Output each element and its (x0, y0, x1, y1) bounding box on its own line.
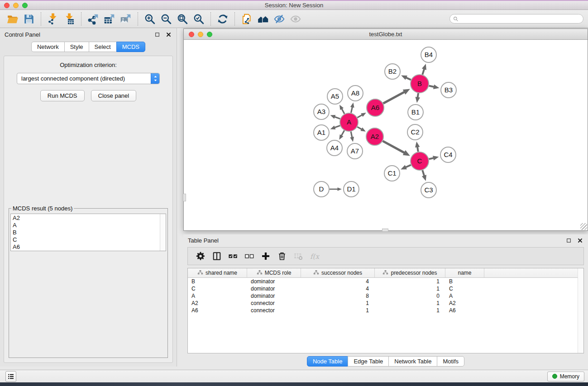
tab-edge-table[interactable]: Edge Table (348, 356, 389, 367)
checked-boxes-button[interactable] (226, 249, 240, 263)
graph-node-A7[interactable]: A7 (347, 143, 363, 159)
refresh-button[interactable] (215, 12, 231, 26)
trash-button[interactable] (275, 249, 289, 263)
graph-node-C3[interactable]: C3 (421, 182, 436, 198)
result-list-scrollbar[interactable] (160, 214, 166, 251)
table-panel-close-button[interactable] (577, 237, 583, 244)
graph-node-A4[interactable]: A4 (327, 140, 342, 156)
graph-node-B1[interactable]: B1 (408, 105, 423, 120)
eye-slash-button[interactable] (271, 12, 287, 26)
tab-node-table[interactable]: Node Table (307, 356, 349, 367)
graph-edge-C-C2[interactable] (415, 142, 420, 152)
tab-style[interactable]: Style (64, 42, 89, 52)
graph-node-A6[interactable]: A6 (367, 99, 384, 116)
documents-network-button[interactable] (239, 12, 255, 26)
graph-edge-A-A5[interactable] (339, 105, 344, 114)
mcds-result-item[interactable]: A6 (13, 243, 166, 251)
graph-node-D1[interactable]: D1 (344, 181, 359, 197)
column-header-shared-name[interactable]: shared name (188, 268, 247, 277)
network-minimize-button[interactable] (198, 32, 203, 37)
gear-button[interactable] (193, 249, 207, 263)
search-input[interactable] (459, 15, 580, 23)
graph-edge-D-D1[interactable] (330, 187, 342, 191)
graph-edge-C-C3[interactable] (422, 170, 426, 181)
run-mcds-button[interactable]: Run MCDS (40, 90, 85, 101)
graph-edge-B-B3[interactable] (429, 85, 440, 89)
left-splitter-handle[interactable] (183, 194, 186, 201)
table-row-A6[interactable]: A6connector11A6 (188, 307, 583, 314)
close-panel-button[interactable]: Close panel (91, 90, 137, 101)
graph-edge-C-C1[interactable] (401, 165, 411, 169)
minimize-window-button[interactable] (13, 3, 19, 8)
graph-edge-B-B4[interactable] (422, 64, 426, 75)
zoom-out-button[interactable] (158, 12, 174, 26)
graph-node-B2[interactable]: B2 (385, 64, 400, 79)
tab-select[interactable]: Select (89, 42, 117, 52)
graph-node-A3[interactable]: A3 (314, 104, 329, 119)
table-scrollbar[interactable] (578, 268, 583, 353)
mcds-result-item[interactable]: A2 (13, 214, 166, 222)
graph-node-A8[interactable]: A8 (348, 86, 363, 101)
graph-node-B[interactable]: B (411, 75, 429, 93)
graph-node-A1[interactable]: A1 (314, 125, 329, 140)
graph-node-A2[interactable]: A2 (366, 128, 383, 145)
tab-network[interactable]: Network (31, 42, 65, 52)
graph-edge-A2-C[interactable] (383, 141, 410, 156)
network-zoom-button[interactable] (207, 32, 212, 37)
graph-edge-A-A6[interactable] (357, 113, 366, 118)
mcds-result-item[interactable]: B (13, 229, 166, 236)
graph-edge-A-A1[interactable] (330, 125, 340, 129)
column-header-name[interactable]: name (445, 268, 484, 277)
graph-edge-B-B2[interactable] (401, 76, 411, 80)
save-button[interactable] (21, 12, 37, 26)
graph-node-C1[interactable]: C1 (384, 166, 400, 181)
graph-node-A5[interactable]: A5 (327, 89, 343, 104)
graph-node-A[interactable]: A (340, 113, 358, 131)
mcds-result-item[interactable]: A (13, 222, 166, 229)
table-panel-float-button[interactable] (565, 237, 572, 244)
unchecked-boxes-button[interactable] (242, 249, 256, 263)
graph-node-C[interactable]: C (411, 152, 429, 170)
zoom-in-button[interactable] (142, 12, 158, 26)
import-network-button[interactable] (45, 12, 61, 26)
network-canvas[interactable]: AA1A2A3A4A5A6A7A8BB1B2B3B4CC1C2C3C4DD1 (184, 40, 588, 230)
graph-edge-C-C4[interactable] (429, 156, 439, 160)
graph-node-D[interactable]: D (314, 181, 329, 197)
tab-network-table[interactable]: Network Table (388, 356, 437, 367)
control-panel-float-button[interactable] (154, 31, 161, 38)
graph-edge-B-B1[interactable] (416, 93, 420, 103)
export-table-button[interactable] (101, 12, 118, 26)
bottom-splitter-handle[interactable] (382, 229, 388, 232)
network-close-button[interactable] (189, 32, 194, 37)
network-window-titlebar[interactable]: testGlobe.txt (184, 29, 588, 40)
column-header-successor-nodes[interactable]: successor nodes (301, 268, 375, 277)
graph-node-B3[interactable]: B3 (441, 82, 456, 98)
task-history-button[interactable] (5, 371, 16, 382)
criterion-select[interactable]: largest connected component (directed) (17, 73, 160, 84)
graph-edge-A-A3[interactable] (330, 115, 340, 119)
graph-node-C4[interactable]: C4 (440, 147, 456, 162)
tab-motifs[interactable]: Motifs (437, 356, 464, 367)
graph-node-C2[interactable]: C2 (407, 124, 423, 140)
graph-edge-A-A4[interactable] (339, 130, 344, 139)
table-row-B[interactable]: Bdominator41B (188, 278, 583, 285)
close-window-button[interactable] (4, 3, 10, 8)
export-network-button[interactable] (85, 12, 101, 26)
memory-button[interactable]: Memory (547, 372, 584, 381)
zoom-fit-button[interactable] (174, 12, 191, 26)
graph-edge-A-A7[interactable] (350, 132, 354, 142)
zoom-selected-button[interactable] (191, 12, 207, 26)
tab-mcds[interactable]: MCDS (116, 42, 145, 52)
resize-grip-icon[interactable] (580, 223, 587, 230)
control-panel-close-button[interactable] (165, 31, 172, 38)
plus-button[interactable] (258, 249, 272, 263)
table-row-A[interactable]: Adominator80A (188, 292, 583, 300)
import-table-button[interactable] (61, 12, 77, 26)
graph-edge-A-A8[interactable] (350, 103, 354, 113)
graph-edge-A-A2[interactable] (357, 127, 366, 131)
graph-node-B4[interactable]: B4 (421, 47, 436, 62)
column-header-predecessor-nodes[interactable]: predecessor nodes (375, 268, 445, 277)
graph-edge-A6-B[interactable] (383, 89, 410, 103)
table-row-A2[interactable]: A2connector11A2 (188, 300, 583, 307)
folder-open-button[interactable] (5, 12, 21, 26)
